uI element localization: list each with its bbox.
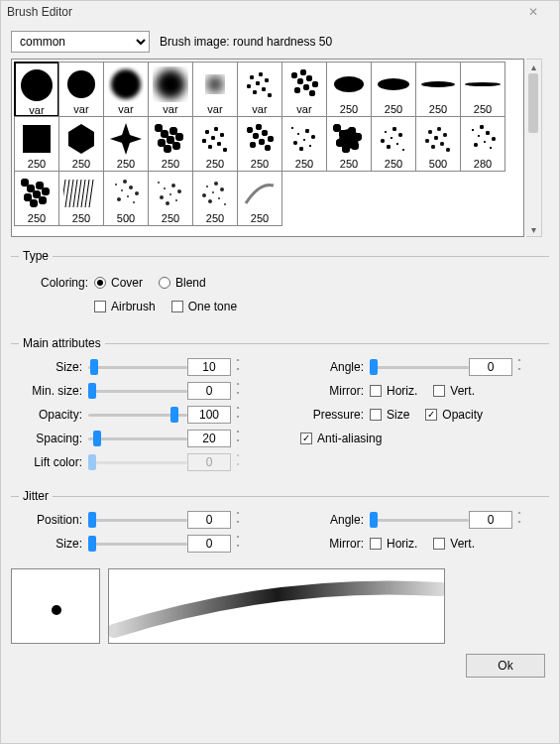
svg-point-80	[161, 130, 168, 138]
brush-cell[interactable]: 250	[326, 62, 372, 117]
jitter-size-slider[interactable]	[88, 535, 187, 553]
svg-point-282	[123, 180, 127, 184]
svg-line-277	[77, 180, 81, 207]
svg-point-22	[247, 84, 251, 88]
brush-cell[interactable]: 250	[371, 62, 416, 117]
brush-cell[interactable]: 250	[460, 62, 505, 117]
svg-point-241	[474, 143, 478, 147]
window-title: Brush Editor	[7, 5, 72, 19]
minsize-slider[interactable]	[88, 382, 187, 400]
pressure-size-check[interactable]: Size	[370, 408, 409, 422]
brush-cell[interactable]: var	[237, 62, 282, 117]
angle-slider[interactable]	[370, 358, 469, 376]
brush-cell[interactable]: 250	[14, 116, 59, 172]
minsize-spin[interactable]: ˄˅	[187, 382, 251, 400]
svg-point-222	[443, 133, 447, 137]
size-spin[interactable]: ˄˅	[187, 358, 251, 376]
svg-point-286	[135, 191, 139, 195]
liftcolor-spin: ˄˅	[187, 453, 251, 471]
scroll-up-icon[interactable]: ▴	[527, 60, 541, 73]
brush-cell[interactable]: 250	[148, 116, 193, 172]
svg-line-278	[81, 180, 85, 207]
brush-cell[interactable]: 250	[58, 171, 104, 226]
svg-point-49	[309, 90, 315, 96]
svg-point-198	[402, 149, 404, 151]
brush-cell[interactable]: 250	[281, 116, 327, 172]
brush-cell[interactable]: 500	[415, 116, 461, 172]
svg-point-152	[311, 135, 315, 139]
svg-point-302	[202, 193, 206, 197]
ok-button[interactable]: Ok	[466, 654, 545, 678]
type-legend: Type	[19, 249, 53, 263]
brush-grid-scrollbar[interactable]: ▴ ▾	[526, 59, 542, 237]
brush-thumb-icon	[63, 176, 99, 211]
onetone-check[interactable]: One tone	[171, 300, 237, 313]
jitter-position-spin[interactable]: ˄˅	[187, 511, 251, 529]
brush-cell[interactable]: 250	[237, 171, 282, 226]
svg-point-85	[164, 145, 171, 153]
pressure-opacity-check[interactable]: Opacity	[425, 408, 483, 422]
brush-cell[interactable]: var	[148, 62, 193, 117]
brush-thumb-icon	[286, 66, 322, 102]
brush-cell[interactable]: 280	[460, 116, 505, 172]
mirror-vert-check[interactable]: Vert.	[433, 384, 475, 398]
coloring-blend-radio[interactable]: Blend	[159, 276, 206, 290]
brush-cell[interactable]: var	[14, 62, 59, 117]
brush-cell[interactable]: 250	[103, 116, 149, 172]
brush-cell[interactable]: 250	[371, 116, 416, 172]
main-attributes-group: Main attributes Size: ˄˅ Angle: ˄˅ Min. …	[11, 336, 549, 477]
brush-cell-label: 250	[340, 158, 358, 170]
brush-cell[interactable]: 250	[326, 116, 372, 172]
scroll-thumb[interactable]	[528, 73, 538, 133]
jitter-mirror-horiz-check[interactable]: Horiz.	[370, 537, 417, 551]
brush-cell[interactable]: 250	[237, 116, 282, 172]
brush-cell[interactable]: var	[192, 62, 238, 117]
coloring-cover-radio[interactable]: Cover	[94, 276, 143, 290]
svg-point-135	[256, 124, 262, 130]
brush-category-select[interactable]: common	[11, 31, 150, 53]
jitter-position-slider[interactable]	[88, 511, 187, 529]
jitter-size-spin[interactable]: ˄˅	[187, 535, 251, 553]
opacity-slider[interactable]	[88, 406, 187, 424]
brush-thumb-icon	[19, 67, 55, 103]
brush-grid[interactable]: varvarvarvarvarvarvar2502502502502502502…	[11, 59, 524, 237]
jitter-angle-spin[interactable]: ˄˅	[469, 511, 522, 529]
svg-point-195	[381, 139, 385, 143]
brush-thumb-icon	[242, 176, 278, 211]
brush-cell-label: 500	[429, 158, 447, 170]
svg-point-298	[214, 182, 218, 186]
brush-thumb-icon	[197, 121, 233, 157]
svg-point-136	[259, 139, 265, 145]
spacing-spin[interactable]: ˄˅	[187, 430, 251, 447]
angle-spin[interactable]: ˄˅	[469, 358, 522, 376]
opacity-spin[interactable]: ˄˅	[187, 406, 251, 424]
svg-point-129	[250, 142, 256, 148]
svg-point-244	[472, 129, 474, 131]
brush-cell[interactable]: 250	[192, 116, 238, 172]
brush-cell-label: 250	[385, 158, 402, 170]
brush-cell[interactable]: var	[58, 62, 104, 117]
mirror-horiz-check[interactable]: Horiz.	[370, 384, 417, 398]
svg-marker-60	[68, 124, 94, 154]
svg-point-267	[21, 179, 29, 186]
brush-thumb-icon	[420, 66, 456, 102]
brush-cell[interactable]: 250	[14, 171, 59, 226]
svg-point-83	[169, 127, 177, 135]
brush-cell[interactable]: 250	[192, 171, 238, 226]
brush-cell[interactable]: 250	[415, 62, 461, 117]
spacing-slider[interactable]	[88, 430, 187, 447]
brush-cell[interactable]: 250	[148, 171, 193, 226]
scroll-down-icon[interactable]: ▾	[527, 222, 541, 236]
brush-cell[interactable]: 500	[103, 171, 149, 226]
jitter-mirror-vert-check[interactable]: Vert.	[433, 537, 475, 551]
jitter-angle-slider[interactable]	[370, 511, 469, 529]
svg-point-295	[171, 184, 175, 187]
brush-cell[interactable]: var	[103, 62, 149, 117]
close-icon[interactable]: ✕	[513, 3, 553, 21]
airbrush-check[interactable]: Airbrush	[94, 300, 156, 313]
antialiasing-check[interactable]: Anti-aliasing	[300, 432, 382, 445]
brush-cell[interactable]: var	[281, 62, 327, 117]
brush-thumb-icon	[331, 66, 367, 102]
size-slider[interactable]	[88, 358, 187, 376]
brush-cell[interactable]: 250	[58, 116, 104, 172]
